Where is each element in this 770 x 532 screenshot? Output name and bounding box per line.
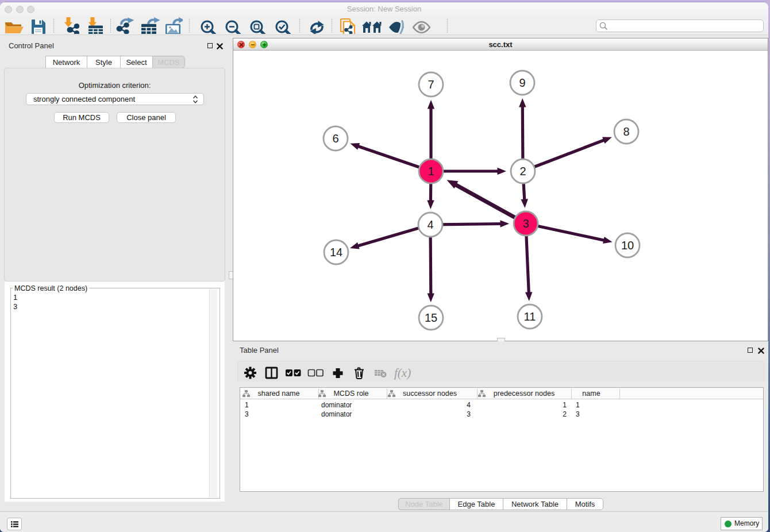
svg-text:MCDS role: MCDS role: [333, 390, 368, 398]
svg-text:shared name: shared name: [258, 390, 300, 398]
svg-text:9: 9: [519, 76, 525, 89]
svg-text:6: 6: [332, 132, 338, 145]
svg-text:predecessor nodes: predecessor nodes: [494, 390, 555, 398]
svg-text:f(x): f(x): [394, 366, 411, 380]
svg-text:3: 3: [522, 217, 529, 230]
svg-text:15: 15: [425, 311, 437, 324]
svg-text:14: 14: [330, 246, 342, 259]
svg-text:7: 7: [428, 78, 434, 91]
svg-text:10: 10: [621, 239, 634, 252]
svg-text:8: 8: [623, 125, 629, 138]
svg-text:11: 11: [524, 310, 536, 323]
svg-text:2: 2: [519, 165, 526, 178]
svg-text:name: name: [582, 390, 600, 398]
svg-text:1: 1: [428, 165, 434, 178]
svg-text:4: 4: [427, 218, 433, 231]
svg-text:successor nodes: successor nodes: [403, 390, 457, 398]
